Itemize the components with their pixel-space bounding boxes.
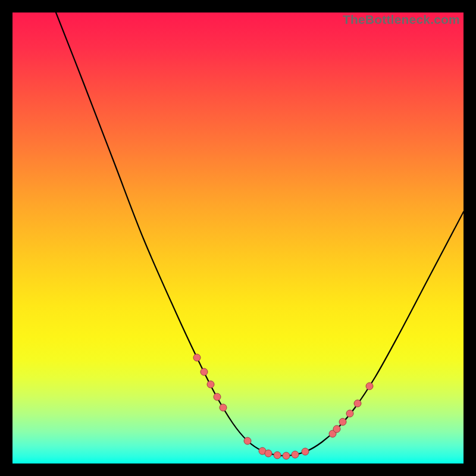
curve-marker <box>259 447 266 455</box>
bottleneck-curve <box>12 12 464 464</box>
curve-marker <box>244 437 251 444</box>
curve-marker <box>201 368 208 375</box>
curve-marker <box>354 400 361 407</box>
curve-marker <box>220 404 227 411</box>
curve-marker <box>346 410 353 417</box>
curve-marker <box>333 425 340 433</box>
curve-marker <box>302 448 309 455</box>
chart-plot-area: TheBottleneck.com <box>12 12 464 464</box>
curve-marker <box>214 393 221 400</box>
curve-marker <box>265 450 272 457</box>
curve-marker <box>339 418 346 425</box>
curve-marker <box>207 381 214 388</box>
curve-marker <box>292 451 299 458</box>
curve-path <box>56 12 464 456</box>
curve-marker <box>283 452 290 459</box>
curve-marker <box>329 430 336 437</box>
chart-frame: TheBottleneck.com <box>0 0 476 476</box>
curve-markers <box>193 354 373 459</box>
watermark-text: TheBottleneck.com <box>343 12 460 27</box>
curve-marker <box>193 354 201 361</box>
curve-marker <box>274 452 281 459</box>
curve-marker <box>366 383 373 390</box>
